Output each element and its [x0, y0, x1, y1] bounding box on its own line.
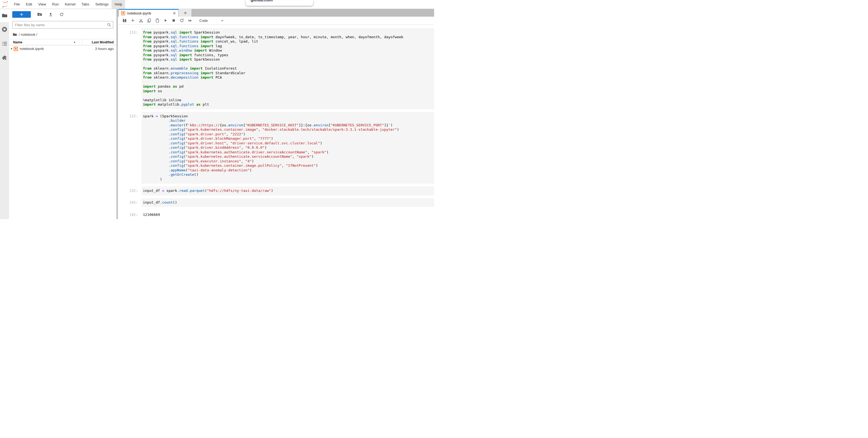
menu-kernel[interactable]: Kernel — [62, 0, 79, 9]
cell-editor[interactable]: input_df.count() — [142, 198, 434, 207]
new-tab-button[interactable] — [179, 9, 191, 17]
insert-cell-button[interactable] — [131, 18, 135, 23]
main-area: notebook.ipynb Code [1]:from pyspark.sql… — [118, 9, 434, 219]
file-list-header: Name Last Modified — [9, 39, 117, 45]
breadcrumb-path: / notebook / — [19, 32, 37, 36]
notebook-icon — [121, 11, 125, 15]
menu-run[interactable]: Run — [49, 0, 62, 9]
code-cell: [1]:from pyspark.sql import SparkSession… — [118, 28, 434, 109]
search-icon — [107, 23, 111, 27]
breadcrumb[interactable]: / notebook / — [9, 29, 117, 37]
output-area: 12106669 — [142, 210, 434, 219]
file-browser-panel: / notebook / Name Last Modified notebook… — [9, 9, 117, 219]
file-browser-toolbar — [9, 9, 117, 18]
file-modified: 3 hours ago — [82, 47, 117, 51]
menu-tabs[interactable]: Tabs — [79, 0, 92, 9]
restart-kernel-button[interactable] — [180, 18, 184, 23]
paste-cells-button[interactable] — [155, 18, 159, 23]
clipped-popup: github.com — [246, 0, 313, 6]
column-header-modified[interactable]: Last Modified — [82, 40, 117, 44]
menu-view[interactable]: View — [35, 0, 49, 9]
menu-help[interactable]: Help — [112, 0, 125, 9]
left-sidebar — [0, 9, 9, 219]
run-button[interactable] — [163, 18, 168, 23]
cell-editor[interactable]: spark = (SparkSession .builder .master(f… — [142, 112, 434, 184]
notebook-content: [1]:from pyspark.sql import SparkSession… — [118, 25, 434, 219]
cut-cells-button[interactable] — [139, 18, 143, 23]
new-launcher-button[interactable] — [12, 11, 31, 18]
popup-text: github.com — [251, 0, 313, 2]
input-prompt: [2]: — [118, 112, 142, 184]
folder-icon — [13, 32, 17, 36]
kernel-running-dot — [11, 48, 12, 49]
menu-settings[interactable]: Settings — [92, 0, 112, 9]
code-cell: [3]:input_df = spark.read.parquet("hdfs:… — [118, 186, 434, 195]
output-prompt: [4]: — [118, 210, 142, 219]
cell-output: [4]:12106669 — [118, 210, 434, 219]
menu-file[interactable]: File — [11, 0, 23, 9]
input-prompt: [4]: — [118, 198, 142, 207]
sidebar-tab-table-of-contents-icon[interactable] — [0, 37, 9, 50]
stop-button[interactable] — [172, 18, 176, 23]
filter-files-input[interactable] — [12, 21, 113, 29]
cell-type-value: Code — [199, 19, 208, 23]
file-name: notebook.ipynb — [20, 47, 82, 51]
column-header-name[interactable]: Name — [9, 39, 82, 45]
notebook-toolbar: Code — [118, 17, 434, 25]
cell-editor[interactable]: from pyspark.sql import SparkSession fro… — [142, 28, 434, 109]
close-tab-icon[interactable] — [173, 11, 176, 15]
jupyterlab-window: FileEditViewRunKernelTabsSettingsHelp gi… — [0, 0, 434, 219]
menu-bar: FileEditViewRunKernelTabsSettingsHelp — [0, 0, 434, 9]
tab-notebook[interactable]: notebook.ipynb — [119, 9, 178, 17]
code-cell: [2]:spark = (SparkSession .builder .mast… — [118, 112, 434, 184]
save-button[interactable] — [122, 18, 127, 23]
sidebar-tab-extensions-icon[interactable] — [0, 51, 9, 64]
menu-edit[interactable]: Edit — [23, 0, 35, 9]
restart-run-all-button[interactable] — [188, 18, 192, 23]
cell-type-dropdown[interactable]: Code — [199, 19, 224, 23]
new-folder-button[interactable] — [37, 12, 42, 17]
chevron-down-icon — [220, 19, 224, 22]
jupyter-logo-icon — [2, 1, 9, 8]
upload-button[interactable] — [49, 12, 53, 17]
input-prompt: [1]: — [118, 28, 142, 109]
sort-ascending-icon — [73, 41, 76, 43]
cell-editor[interactable]: input_df = spark.read.parquet("hdfs://hd… — [142, 186, 434, 195]
input-prompt: [3]: — [118, 186, 142, 195]
tab-label: notebook.ipynb — [127, 11, 171, 15]
sidebar-tab-folder-icon[interactable] — [0, 9, 9, 22]
copy-cells-button[interactable] — [147, 18, 151, 23]
notebook-icon — [13, 47, 18, 51]
refresh-button[interactable] — [59, 12, 64, 17]
sidebar-tab-running-kernels-icon[interactable] — [0, 23, 9, 36]
tab-bar: notebook.ipynb — [118, 9, 434, 17]
code-cell: [4]:input_df.count() — [118, 198, 434, 207]
file-row[interactable]: notebook.ipynb3 hours ago — [9, 45, 117, 52]
